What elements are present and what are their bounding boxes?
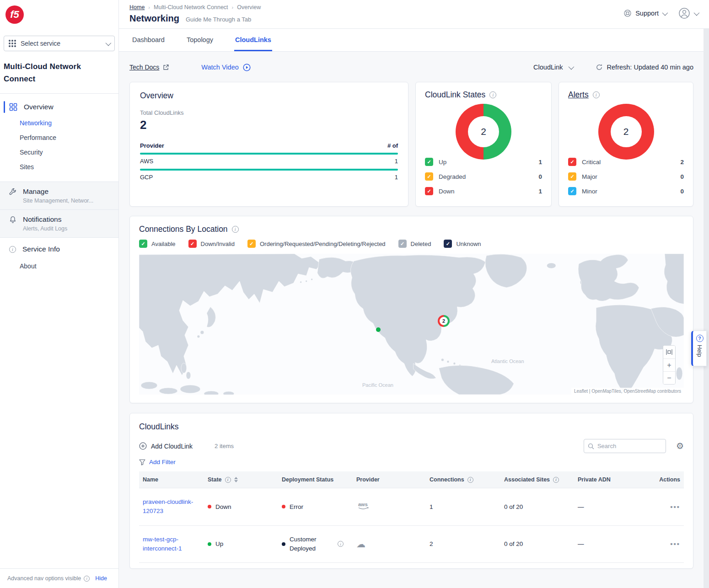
apps-grid-icon (9, 40, 16, 47)
legend-value: 0 (680, 188, 684, 195)
minor-checkbox[interactable] (568, 187, 576, 195)
cloudlink-name-link[interactable]: praveen-cloudlink-120723 (143, 498, 193, 514)
add-filter-button[interactable]: Add Filter (139, 459, 684, 465)
degraded-checkbox[interactable] (425, 172, 433, 181)
filter-unknown[interactable]: Unknown (444, 240, 481, 248)
page-title: Networking (129, 13, 179, 24)
pacific-ocean-label: Pacific Ocean (362, 382, 393, 388)
zoom-out-button[interactable]: − (663, 371, 675, 384)
col-deployment-status[interactable]: Deployment Status (282, 476, 333, 483)
tab-cloudlinks[interactable]: CloudLinks (234, 29, 272, 51)
col-name[interactable]: Name (143, 476, 158, 483)
breadcrumb: Home › Multi-Cloud Network Connect › Ove… (129, 4, 696, 11)
checkbox[interactable] (444, 240, 452, 248)
map-marker-available[interactable] (376, 327, 381, 332)
items-count: 2 items (215, 443, 234, 449)
cloudlink-name-link[interactable]: mw-test-gcp-interconnect-1 (143, 536, 182, 552)
sidebar-item-service-info[interactable]: i Service Info (0, 238, 118, 256)
filter-available[interactable]: Available (139, 240, 176, 248)
checkbox[interactable] (398, 240, 407, 248)
deployment-label: Error (290, 503, 303, 510)
avatar-icon (678, 7, 690, 19)
chevron-down-icon (568, 64, 574, 69)
filter-ordering[interactable]: Ordering/Requested/Pending/Deleting/Reje… (247, 240, 386, 248)
sidebar-item-about[interactable]: About (0, 256, 118, 273)
entity-type-value: CloudLink (533, 64, 563, 71)
refresh-icon (596, 64, 603, 71)
alerts-card: Alerts i 2 Critical 2 Major 0 (559, 82, 693, 207)
row-actions-button[interactable]: ••• (639, 540, 680, 548)
legend-label: Up (439, 159, 446, 166)
legend-label: Down (439, 188, 455, 195)
breadcrumb-home[interactable]: Home (129, 4, 145, 11)
col-associated-sites[interactable]: Associated Sites (504, 476, 550, 483)
card-title: CloudLinks (139, 422, 179, 432)
select-service-dropdown[interactable]: Select service (4, 36, 115, 51)
external-link-icon[interactable] (163, 64, 169, 70)
add-filter-label: Add Filter (149, 459, 176, 465)
sidebar-item-security[interactable]: Security (0, 145, 118, 160)
guide-me-link[interactable]: Guide Me Through a Tab (186, 16, 251, 23)
account-menu[interactable] (678, 7, 698, 19)
up-checkbox[interactable] (425, 158, 433, 166)
info-icon[interactable]: i (225, 477, 231, 483)
tech-docs-link[interactable]: Tech Docs (129, 64, 159, 71)
col-provider[interactable]: Provider (356, 476, 380, 483)
tab-topology[interactable]: Topology (186, 29, 214, 51)
sidebar-item-overview[interactable]: Overview (0, 98, 118, 116)
col-state[interactable]: State (208, 476, 222, 483)
add-cloudlink-button[interactable]: Add CloudLink (139, 442, 193, 450)
refresh-button[interactable]: Refresh: Updated 40 min ago (596, 64, 693, 71)
major-checkbox[interactable] (568, 172, 576, 181)
info-icon[interactable]: i (338, 541, 344, 547)
scrollbar-track[interactable] (704, 29, 709, 588)
map-marker-cluster[interactable]: 2 (438, 315, 450, 327)
page-header: Home › Multi-Cloud Network Connect › Ove… (119, 0, 709, 29)
gear-icon[interactable]: ⚙ (676, 441, 684, 451)
info-icon[interactable]: i (553, 477, 559, 483)
sidebar-item-sites[interactable]: Sites (0, 160, 118, 174)
info-icon[interactable]: i (232, 226, 239, 233)
private-adn-value: — (578, 503, 584, 510)
critical-checkbox[interactable] (568, 158, 576, 166)
sort-state-button[interactable] (234, 477, 238, 482)
watch-video-link[interactable]: Watch Video (201, 64, 250, 71)
support-menu[interactable]: Support (623, 9, 666, 17)
sidebar-item-manage[interactable]: Manage Site Management, Networ... (0, 182, 118, 210)
checkbox[interactable] (247, 240, 256, 248)
info-icon[interactable]: i (467, 477, 473, 483)
active-indicator (4, 101, 5, 113)
refresh-status-text: Refresh: Updated 40 min ago (607, 64, 693, 71)
sidebar-item-networking[interactable]: Networking (0, 116, 118, 130)
down-checkbox[interactable] (425, 187, 433, 195)
sidebar-item-performance[interactable]: Performance (0, 130, 118, 145)
world-map[interactable]: Atlantic Ocean Pacific Ocean 2 + − Leafl… (139, 254, 684, 395)
entity-type-dropdown[interactable]: CloudLink (533, 64, 573, 71)
tab-dashboard[interactable]: Dashboard (131, 29, 166, 51)
hide-nav-button[interactable]: Hide (95, 575, 107, 582)
info-icon[interactable]: i (489, 91, 496, 98)
breadcrumb-level1[interactable]: Multi-Cloud Network Connect (154, 4, 228, 11)
legend-label: Minor (582, 188, 597, 195)
search-input[interactable] (597, 443, 662, 449)
deployment-error-dot (282, 505, 285, 508)
filter-down-invalid[interactable]: Down/Invalid (188, 240, 235, 248)
checkbox[interactable] (188, 240, 197, 248)
filter-deleted[interactable]: Deleted (398, 240, 431, 248)
checkbox[interactable] (139, 240, 147, 248)
help-tab[interactable]: ? Help (691, 331, 707, 366)
sidebar-item-notifications[interactable]: Notifications Alerts, Audit Logs (0, 210, 118, 238)
legend-value: 0 (680, 173, 684, 180)
alerts-link[interactable]: Alerts (568, 90, 589, 100)
map-fit-bounds-button[interactable] (663, 346, 675, 358)
state-label: Up (215, 540, 223, 547)
info-icon[interactable]: i (84, 576, 90, 582)
col-connections[interactable]: Connections (430, 476, 464, 483)
search-icon (588, 443, 594, 449)
info-icon[interactable]: i (593, 91, 600, 98)
search-box[interactable] (584, 439, 666, 453)
zoom-in-button[interactable]: + (663, 358, 675, 371)
legend-row: Down 1 (425, 184, 542, 198)
row-actions-button[interactable]: ••• (639, 503, 680, 511)
col-private-adn[interactable]: Private ADN (578, 476, 611, 483)
